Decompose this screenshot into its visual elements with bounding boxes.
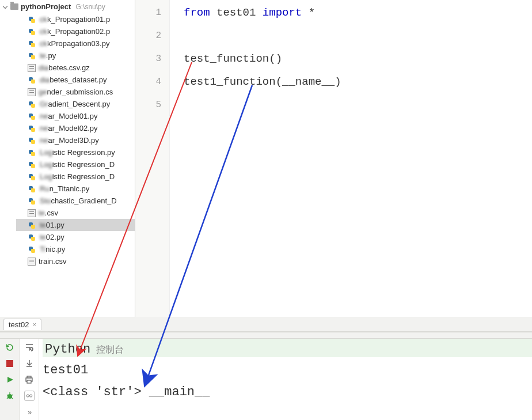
tree-item[interactable]: gender_submission.cs bbox=[16, 86, 135, 98]
close-icon[interactable]: × bbox=[32, 321, 36, 328]
file-tree: ckk_Propagation01.pckk_Propagation02.pck… bbox=[0, 12, 135, 267]
python-file-icon bbox=[28, 197, 37, 205]
tree-item[interactable]: near_Model3D.py bbox=[16, 134, 135, 146]
tree-item[interactable]: diabetes.csv.gz bbox=[16, 62, 135, 74]
text-file-icon bbox=[28, 209, 36, 217]
debug-icon[interactable] bbox=[5, 391, 15, 401]
code-line bbox=[184, 24, 532, 47]
python-file-icon bbox=[28, 76, 37, 84]
wrap-icon[interactable] bbox=[24, 342, 35, 353]
file-label: near_Model01.py bbox=[40, 112, 97, 120]
file-label: diabetes_dataset.py bbox=[40, 75, 107, 84]
svg-rect-4 bbox=[27, 380, 31, 383]
tree-item[interactable]: ckk_Propagation01.p bbox=[16, 13, 135, 25]
console-tabbar: test02 × bbox=[0, 317, 532, 332]
code-line bbox=[184, 93, 532, 116]
file-label: ckk_Propagation02.p bbox=[40, 27, 110, 36]
rerun-icon[interactable] bbox=[5, 342, 15, 353]
tree-item[interactable]: Logistic Regression_D bbox=[16, 158, 135, 171]
project-header[interactable]: pythonProject G:\snu\py bbox=[0, 1, 135, 12]
tree-item[interactable]: near_Model01.py bbox=[16, 110, 135, 122]
glasses-icon[interactable] bbox=[24, 391, 35, 401]
console-line: test01 bbox=[43, 360, 532, 381]
more-icon[interactable]: » bbox=[24, 407, 35, 417]
file-label: te.py bbox=[40, 51, 56, 60]
tab-test02[interactable]: test02 × bbox=[3, 319, 41, 330]
tree-item[interactable]: Gradient_Descent.py bbox=[16, 98, 135, 110]
file-label: near_Model02.py bbox=[40, 124, 97, 133]
tree-item[interactable]: Stochastic_Gradient_D bbox=[16, 195, 135, 207]
code-editor[interactable]: 1 2 3 4 5 from test01 import * test_func… bbox=[135, 0, 532, 317]
console-subtitle: 控制台 bbox=[96, 339, 124, 361]
code-body[interactable]: from test01 import * test_function() tes… bbox=[170, 0, 532, 317]
line-number: 2 bbox=[135, 24, 161, 47]
tree-item[interactable]: Run_Titanic.py bbox=[16, 183, 135, 195]
tree-item[interactable]: ckk_Propagation02.p bbox=[16, 25, 135, 37]
chevron-down-icon[interactable] bbox=[2, 4, 8, 10]
console-header: Python 控制台 bbox=[43, 339, 532, 357]
python-file-icon bbox=[28, 233, 37, 241]
tab-label: test02 bbox=[9, 320, 29, 329]
text-file-icon bbox=[28, 88, 36, 96]
file-label: te01.py bbox=[40, 221, 64, 229]
print-icon[interactable] bbox=[24, 374, 35, 385]
text-file-icon bbox=[28, 64, 36, 72]
file-label: gender_submission.cs bbox=[39, 88, 113, 96]
file-label: ckkPropagation03.py bbox=[40, 39, 109, 48]
tree-item[interactable]: near_Model02.py bbox=[16, 122, 135, 134]
line-number: 5 bbox=[135, 93, 161, 116]
line-number: 3 bbox=[135, 47, 161, 70]
python-file-icon bbox=[28, 161, 37, 169]
line-number: 4 bbox=[135, 70, 161, 93]
folder-icon bbox=[10, 3, 18, 10]
file-label: train.csv bbox=[39, 257, 66, 266]
console: » Python 控制台 test01 <class 'str'> __main… bbox=[0, 339, 532, 420]
tree-item[interactable]: Logistic Regression.py bbox=[16, 146, 135, 158]
svg-point-1 bbox=[7, 394, 12, 399]
console-toolbar-inner: » bbox=[20, 339, 39, 420]
file-label: near_Model3D.py bbox=[40, 136, 99, 145]
tree-item[interactable]: Logistic Regression_D bbox=[16, 171, 135, 183]
console-title: Python bbox=[45, 339, 90, 361]
code-line: test1_function(__name__) bbox=[184, 70, 532, 93]
file-label: Gradient_Descent.py bbox=[40, 100, 110, 108]
tree-item[interactable]: ckkPropagation03.py bbox=[16, 37, 135, 50]
python-file-icon bbox=[28, 40, 37, 48]
svg-rect-0 bbox=[6, 360, 13, 367]
file-label: diabetes.csv.gz bbox=[39, 63, 90, 72]
python-file-icon bbox=[28, 112, 37, 120]
svg-rect-3 bbox=[27, 376, 31, 378]
python-file-icon bbox=[28, 245, 37, 253]
code-line: from test01 import * bbox=[184, 1, 532, 24]
file-label: Tinic.py bbox=[40, 245, 65, 253]
tree-item[interactable]: te02.py bbox=[16, 231, 135, 243]
divider bbox=[0, 332, 532, 339]
python-file-icon bbox=[28, 52, 37, 60]
python-file-icon bbox=[28, 16, 37, 24]
run-icon[interactable] bbox=[5, 374, 15, 385]
file-label: Logistic Regression.py bbox=[40, 148, 115, 157]
tree-item[interactable]: te.csv bbox=[16, 207, 135, 219]
file-label: te.csv bbox=[39, 209, 58, 217]
tree-item[interactable]: diabetes_dataset.py bbox=[16, 74, 135, 86]
download-icon[interactable] bbox=[24, 358, 35, 369]
tree-item[interactable]: te.py bbox=[16, 50, 135, 62]
python-file-icon bbox=[28, 221, 37, 229]
file-label: Logistic Regression_D bbox=[40, 160, 115, 169]
stop-icon[interactable] bbox=[5, 358, 15, 369]
tree-item[interactable]: te01.py bbox=[16, 219, 135, 231]
python-file-icon bbox=[28, 149, 37, 157]
python-file-icon bbox=[28, 137, 37, 145]
svg-point-6 bbox=[29, 395, 32, 397]
svg-point-5 bbox=[26, 395, 29, 397]
file-label: te02.py bbox=[40, 233, 64, 241]
tree-item[interactable]: Tinic.py bbox=[16, 243, 135, 255]
project-path: G:\snu\py bbox=[75, 3, 105, 11]
python-file-icon bbox=[28, 28, 37, 36]
tree-item[interactable]: train.csv bbox=[16, 255, 135, 267]
code-line: test_function() bbox=[184, 47, 532, 70]
project-name: pythonProject bbox=[21, 2, 71, 11]
console-output[interactable]: Python 控制台 test01 <class 'str'> __main__ bbox=[39, 339, 532, 420]
file-label: Run_Titanic.py bbox=[40, 184, 89, 193]
line-number: 1 bbox=[135, 1, 161, 24]
